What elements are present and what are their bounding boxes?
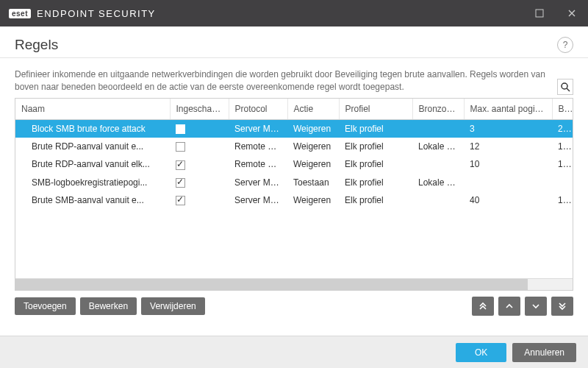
table-header-row: Naam Ingeschakeld Protocol Actie Profiel… xyxy=(15,99,573,120)
cell-protocol: Remote D... xyxy=(229,138,287,155)
cell-name: Block SMB brute force attack xyxy=(15,119,170,138)
titlebar: eset ENDPOINT SECURITY xyxy=(0,0,588,26)
cell-b xyxy=(552,174,573,191)
cell-action: Toestaan xyxy=(287,174,339,191)
cell-enabled xyxy=(170,119,229,138)
table-empty-space xyxy=(15,209,573,278)
cell-action: Weigeren xyxy=(287,138,339,155)
cell-enabled xyxy=(170,155,229,173)
brand-logo: eset xyxy=(9,9,31,18)
action-bar: Toevoegen Bewerken Verwijderen xyxy=(15,297,573,316)
move-bottom-button[interactable] xyxy=(551,297,573,316)
double-down-icon xyxy=(557,301,567,311)
cell-enabled xyxy=(170,138,229,155)
col-header-enabled[interactable]: Ingeschakeld xyxy=(170,99,229,120)
brand-product: ENDPOINT SECURITY xyxy=(37,8,156,19)
col-header-name[interactable]: Naam xyxy=(15,99,170,120)
cell-max: 40 xyxy=(464,191,552,209)
description-text: Definieer inkomende en uitgaande netwerk… xyxy=(15,68,551,93)
delete-button[interactable]: Verwijderen xyxy=(141,297,205,315)
edit-button[interactable]: Bewerken xyxy=(80,297,137,315)
cell-max: 12 xyxy=(464,138,552,155)
cell-profile: Elk profiel xyxy=(339,191,412,209)
section-header: Regels ? xyxy=(0,26,588,58)
dialog-footer: OK Annuleren xyxy=(0,336,588,368)
cell-profile: Elk profiel xyxy=(339,174,412,191)
help-button[interactable]: ? xyxy=(557,37,573,53)
cell-source xyxy=(412,119,464,138)
cell-action: Weigeren xyxy=(287,155,339,173)
cell-enabled xyxy=(170,191,229,209)
cell-b: 10 xyxy=(552,191,573,209)
rules-table: Naam Ingeschakeld Protocol Actie Profiel… xyxy=(15,98,573,291)
col-header-max[interactable]: Max. aantal pogingen xyxy=(464,99,552,120)
svg-point-1 xyxy=(562,83,567,89)
move-down-button[interactable] xyxy=(525,297,547,316)
cell-max xyxy=(464,174,552,191)
help-icon: ? xyxy=(563,40,568,50)
cell-protocol: Remote D... xyxy=(229,155,287,173)
svg-line-2 xyxy=(567,88,570,91)
search-button[interactable] xyxy=(557,79,573,95)
col-header-source[interactable]: Bronzones xyxy=(412,99,464,120)
cell-protocol: Server Mes... xyxy=(229,191,287,209)
cell-name: Brute RDP-aanval vanuit e... xyxy=(15,138,170,155)
table-row[interactable]: SMB-logboekregistratiepogi...Server Mes.… xyxy=(15,174,573,191)
cancel-button[interactable]: Annuleren xyxy=(512,343,576,362)
enabled-checkbox[interactable] xyxy=(176,142,185,152)
svg-rect-0 xyxy=(536,10,543,17)
table-row[interactable]: Brute SMB-aanval vanuit e...Server Mes..… xyxy=(15,191,573,209)
cell-name: SMB-logboekregistratiepogi... xyxy=(15,174,170,191)
minimize-icon xyxy=(535,9,544,18)
cell-enabled xyxy=(170,174,229,191)
window-minimize-button[interactable] xyxy=(523,0,556,26)
cell-protocol: Server Mes... xyxy=(229,119,287,138)
horizontal-scrollbar[interactable] xyxy=(15,278,573,290)
table-row[interactable]: Block SMB brute force attackServer Mes..… xyxy=(15,119,573,138)
search-icon xyxy=(560,82,570,92)
up-icon xyxy=(504,301,514,311)
cell-b: 10 xyxy=(552,155,573,173)
double-up-icon xyxy=(478,301,488,311)
cell-source: Lokale adr... xyxy=(412,138,464,155)
enabled-checkbox[interactable] xyxy=(176,178,185,188)
cell-max: 10 xyxy=(464,155,552,173)
table-row[interactable]: Brute RDP-aanval vanuit e...Remote D...W… xyxy=(15,138,573,155)
add-button[interactable]: Toevoegen xyxy=(15,297,76,315)
cell-protocol: Server Mes... xyxy=(229,174,287,191)
cell-max: 3 xyxy=(464,119,552,138)
col-header-action[interactable]: Actie xyxy=(287,99,339,120)
enabled-checkbox[interactable] xyxy=(176,124,185,134)
col-header-profile[interactable]: Profiel xyxy=(339,99,412,120)
move-up-button[interactable] xyxy=(498,297,520,316)
enabled-checkbox[interactable] xyxy=(176,160,185,170)
col-header-protocol[interactable]: Protocol xyxy=(229,99,287,120)
page-title: Regels xyxy=(15,37,58,53)
cell-name: Brute SMB-aanval vanuit e... xyxy=(15,191,170,209)
content-area: Definieer inkomende en uitgaande netwerk… xyxy=(0,58,588,316)
cell-profile: Elk profiel xyxy=(339,155,412,173)
cell-profile: Elk profiel xyxy=(339,138,412,155)
cell-b: 10 xyxy=(552,138,573,155)
col-header-b[interactable]: B... xyxy=(552,99,573,120)
down-icon xyxy=(531,301,541,311)
cell-action: Weigeren xyxy=(287,191,339,209)
cell-profile: Elk profiel xyxy=(339,119,412,138)
cell-name: Brute RDP-aanval vanuit elk... xyxy=(15,155,170,173)
window-close-button[interactable] xyxy=(556,0,588,26)
cell-source xyxy=(412,191,464,209)
close-icon xyxy=(567,9,576,18)
cell-source: Lokale adr... xyxy=(412,174,464,191)
table-row[interactable]: Brute RDP-aanval vanuit elk...Remote D..… xyxy=(15,155,573,173)
cell-b: 20 xyxy=(552,119,573,138)
cell-source xyxy=(412,155,464,173)
ok-button[interactable]: OK xyxy=(456,343,506,362)
move-top-button[interactable] xyxy=(472,297,494,316)
cell-action: Weigeren xyxy=(287,119,339,138)
brand: eset ENDPOINT SECURITY xyxy=(9,8,156,19)
scrollbar-thumb[interactable] xyxy=(15,279,528,290)
enabled-checkbox[interactable] xyxy=(176,196,185,205)
